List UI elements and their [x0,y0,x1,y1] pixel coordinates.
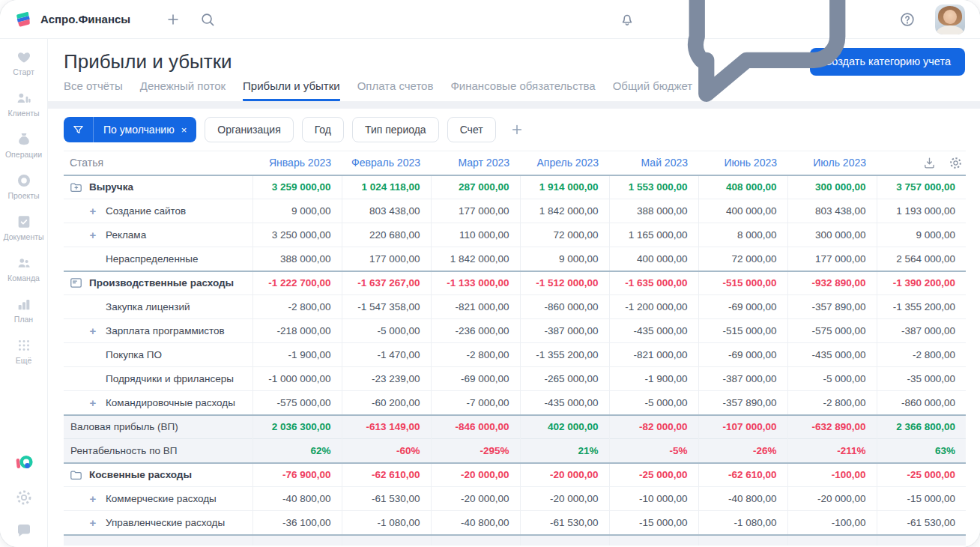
team-icon [16,255,32,271]
value-cell: -295% [431,439,520,463]
value-cell: -40 800,00 [698,487,787,511]
filter-pill[interactable]: Год [302,117,344,142]
value-cell: -10 000,00 [609,487,698,511]
expand-icon[interactable]: + [88,493,98,504]
folder-icon[interactable] [69,468,83,482]
value-cell: -20 000,00 [431,463,520,487]
value-cell: -1 200 000,00 [609,295,698,319]
sidebar-item-more[interactable]: Ещё [0,337,47,365]
value-cell: -15 000,00 [877,487,966,511]
value-cell: -61 530,00 [342,487,431,511]
plan-icon [16,296,32,312]
expand-icon[interactable]: + [88,229,98,241]
table-settings-icon[interactable] [949,156,963,170]
value-cell: -5% [609,439,698,463]
clear-filter-icon[interactable]: × [181,124,197,136]
table-row: Выручка3 259 000,001 024 118,00287 000,0… [64,175,966,199]
sidebar-item-clients[interactable]: Клиенты [0,90,47,118]
value-cell: -100,00 [787,511,877,535]
sidebar-item-start[interactable]: Старт [0,49,47,76]
sidebar-item-team[interactable]: Команда [0,255,47,282]
row-label: Закупка лицензий [106,301,190,312]
table-row: Покупка ПО-1 900,00-1 470,00-2 800,00-1 … [64,343,966,367]
value-cell: -61 530,00 [877,511,966,535]
add-filter-icon[interactable] [509,122,524,137]
folder-plus-icon[interactable] [69,180,83,194]
filter-pill[interactable]: Организация [205,117,293,142]
value-cell: -40 800,00 [252,487,342,511]
sidebar-item-label: План [14,315,33,324]
expand-icon[interactable]: + [88,325,98,336]
add-icon[interactable] [165,11,181,28]
sidebar-item-label: Проекты [7,191,39,200]
row-label: Управленческие расходы [106,517,225,528]
tab-1[interactable]: Денежный поток [140,79,226,101]
value-cell: 72 000,00 [698,247,787,271]
value-cell: -107 000,00 [698,415,787,439]
value-cell: 63% [877,439,966,463]
value-cell: -69 000,00 [698,295,787,319]
value-cell: -1 133 000,00 [431,271,520,295]
value-cell: -1 390 200,00 [877,271,966,295]
row-label: Выручка [89,181,133,193]
folder-lines-icon[interactable] [69,276,83,290]
table-row: Закупка лицензий-2 800,00-1 547 358,00-8… [64,295,966,319]
table-toolbar [877,151,966,175]
value-cell: -76 900,00 [252,463,342,487]
tab-0[interactable]: Все отчёты [64,79,123,101]
expand-icon[interactable]: + [88,205,98,217]
active-filter-default[interactable]: По умолчанию × [64,117,196,142]
value-cell: 300 000,00 [787,175,877,199]
sidebar-item-projects[interactable]: Проекты [0,172,47,200]
row-label-cell: +Создание сайтов [64,199,252,223]
projects-icon [16,172,32,189]
value-cell: 1 193 000,00 [877,199,966,223]
download-icon[interactable] [922,156,937,170]
bell-icon[interactable] [619,11,635,28]
value-cell: -932 890,00 [787,271,877,295]
value-cell: 803 438,00 [787,199,877,223]
filter-pill[interactable]: Счет [447,117,496,142]
value-cell: -1 355 200,00 [877,295,966,319]
sidebar-item-documents[interactable]: Документы [0,214,47,241]
value-cell: 177 000,00 [787,247,877,271]
brand[interactable]: Аспро.Финансы [13,10,130,29]
value-cell: -613 149,00 [342,415,431,439]
row-label-cell[interactable]: Производственные расходы [64,271,252,295]
value-cell: -1 000 000,00 [252,367,342,391]
month-header: Май 2023 [609,151,698,175]
search-icon[interactable] [199,11,216,28]
tab-3[interactable]: Оплата счетов [357,79,434,101]
value-cell: -20 000,00 [431,487,520,511]
chat-icon[interactable]: 3 [655,0,880,133]
help-icon[interactable] [899,11,916,28]
row-label-cell[interactable]: Косвенные расходы [64,463,252,487]
row-label-cell[interactable]: Выручка [64,175,252,199]
avatar[interactable] [935,4,965,34]
value-cell: -69 000,00 [431,367,520,391]
value-cell: 1 024 118,00 [342,175,431,199]
value-cell: -20 000,00 [520,487,609,511]
sidebar-item-operations[interactable]: Операции [0,131,47,159]
chat-bubble-icon[interactable] [15,522,33,540]
table-row: +Командировочные расходы-575 000,00-60 2… [64,391,966,415]
expand-icon[interactable]: + [88,517,98,528]
app-window: Аспро.Финансы 3 [0,0,980,547]
value-cell: 2 366 800,00 [877,415,966,439]
value-cell: 21% [520,439,609,463]
app-logo-icon[interactable] [13,453,34,474]
row-label-cell: Закупка лицензий [64,295,252,319]
month-header: Июнь 2023 [698,151,787,175]
row-label-cell: Нераспределенные [64,247,252,271]
tab-4[interactable]: Финансовые обязательства [450,79,595,101]
settings-icon[interactable] [15,489,33,507]
tab-2[interactable]: Прибыли и убытки [243,79,340,101]
table-row: Рентабельность по ВП62%-60%-295%21%-5%-2… [64,439,966,463]
value-cell: 1 553 000,00 [609,175,698,199]
expand-icon[interactable]: + [88,397,98,408]
report-content: По умолчанию × ОрганизацияГодТип периода… [48,109,980,547]
filter-pill[interactable]: Тип периода [352,117,439,142]
value-cell: -387 000,00 [520,319,609,343]
sidebar-item-plan[interactable]: План [0,296,47,324]
value-cell: 3 757 000,00 [877,175,966,199]
